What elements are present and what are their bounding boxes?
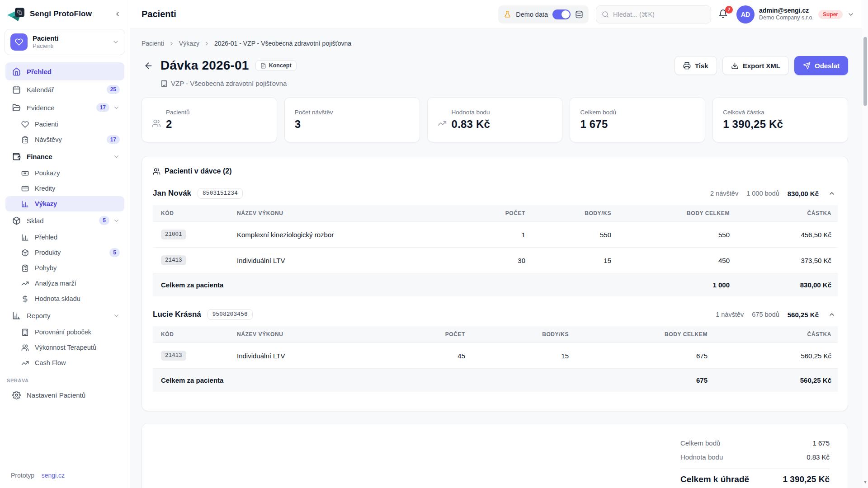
stat-value: 1 390,25 Kč <box>723 118 783 131</box>
chevron-down-icon <box>113 312 120 319</box>
back-button[interactable] <box>142 59 155 72</box>
sidebar-item-prehled[interactable]: Přehled <box>5 62 124 80</box>
print-button[interactable]: Tisk <box>675 56 717 75</box>
sidebar-item-evidence[interactable]: Evidence17 <box>5 99 124 117</box>
user-identity: admin@sengi.cz Demo Company s.r.o. <box>759 7 814 22</box>
count-badge: 5 <box>109 248 120 257</box>
workspace-title: Pacienti <box>33 34 59 42</box>
procedure-count: 1 <box>455 222 532 248</box>
footer-prefix: Prototyp <box>11 472 34 479</box>
sidebar-item-label: Reporty <box>27 312 51 319</box>
status-badge-label: Koncept <box>269 62 292 69</box>
patient-total-points: 675 <box>575 369 714 392</box>
sidebar-item-label: Kalendář <box>27 86 54 94</box>
breadcrumb-current: 2026-01 - VZP - Všeobecná zdravotní poji… <box>214 40 351 47</box>
column-header: ČÁSTKA <box>714 326 838 343</box>
procedure-name: Individuální LTV <box>231 343 395 369</box>
scrollbar-thumb[interactable] <box>863 37 867 106</box>
patient-total-amount: 830,00 Kč <box>736 273 838 297</box>
procedure-count: 30 <box>455 248 532 273</box>
panel-header: Pacienti v dávce (2) <box>153 167 837 175</box>
app-logo <box>7 6 25 22</box>
sidebar-item-reporty-vykonnost-terapeutu[interactable]: Výkonnost Terapeutů <box>5 340 124 355</box>
scrollbar-down-arrow[interactable]: ▼ <box>862 480 868 484</box>
sidebar-item-finance-kredity[interactable]: Kredity <box>5 181 124 196</box>
collapse-patient-button[interactable] <box>827 310 837 319</box>
chevron-left-icon <box>114 10 121 18</box>
sidebar-item-finance[interactable]: Finance <box>5 147 124 165</box>
stat-card-celkova-castka: Celková částka1 390,25 Kč <box>712 97 848 142</box>
procedure-points-total: 550 <box>618 222 736 248</box>
summary-card: Celkem bodů1 675Hodnota bodu0.83 KčCelke… <box>142 423 848 488</box>
sidebar-item-reporty[interactable]: Reporty <box>5 306 124 324</box>
sidebar-item-sklad-hodnota-skladu[interactable]: Hodnota skladu <box>5 291 124 306</box>
logo-badge <box>15 8 24 17</box>
footer-link[interactable]: sengi.cz <box>42 472 65 479</box>
summary-divider <box>680 469 830 469</box>
sidebar-item-reporty-cash-flow[interactable]: Cash Flow <box>5 355 124 371</box>
stat-text: Počet návštěv3 <box>295 109 333 131</box>
stats-row: Pacientů2Počet návštěv3Hodnota bodu0.83 … <box>142 97 848 142</box>
sidebar-item-reporty-porovnani-pobocek[interactable]: Porovnání poboček <box>5 324 124 340</box>
procedure-points-per-unit: 15 <box>472 343 575 369</box>
panel-title: Pacienti v dávce (2) <box>165 167 232 175</box>
breadcrumb-item[interactable]: Výkazy <box>179 40 199 47</box>
sidebar-item-sklad-prehled[interactable]: Přehled <box>5 230 124 245</box>
sidebar-item-sklad-analyza-marzi[interactable]: Analýza marží <box>5 276 124 291</box>
package-icon <box>12 216 21 225</box>
procedure-amount: 373,50 Kč <box>736 248 838 273</box>
sidebar-item-evidence-pacienti[interactable]: Pacienti <box>5 117 124 132</box>
sidebar-collapse-button[interactable] <box>112 8 123 20</box>
procedure-points-total: 675 <box>575 343 714 369</box>
procedure-count: 45 <box>395 343 472 369</box>
sidebar-item-sklad[interactable]: Sklad5 <box>5 211 124 230</box>
summary-label: Celkem bodů <box>680 439 720 447</box>
building-icon <box>160 80 168 87</box>
procedure-code-badge: 21413 <box>161 351 186 361</box>
workspace-switcher[interactable]: Pacienti Pacienti <box>5 29 125 55</box>
app-title: Sengi ProtoFlow <box>30 9 92 19</box>
sidebar-item-sklad-produkty[interactable]: Produkty5 <box>5 245 124 260</box>
column-header: KÓD <box>153 326 231 343</box>
collapse-patient-button[interactable] <box>827 188 837 198</box>
patient-amount: 830,00 Kč <box>788 190 819 197</box>
notifications-button[interactable]: 7 <box>718 9 729 20</box>
users-icon <box>152 119 161 128</box>
sidebar-item-sklad-pohyby[interactable]: Pohyby <box>5 260 124 276</box>
sidebar-item-label: Analýza marží <box>35 280 76 287</box>
user-menu[interactable]: AD admin@sengi.cz Demo Company s.r.o. Su… <box>736 5 854 23</box>
send-button[interactable]: Odeslat <box>794 56 848 75</box>
sidebar-item-evidence-navstevy[interactable]: Návštěvy17 <box>5 132 124 147</box>
stat-card-pocet-navstev: Počet návštěv3 <box>284 97 420 142</box>
column-header: BODY CELKEM <box>575 326 714 343</box>
sidebar-item-nastaveni-pacientu[interactable]: Nastavení Pacientů <box>5 386 124 404</box>
search-input[interactable] <box>613 11 705 18</box>
procedure-code-badge: 21413 <box>161 255 186 265</box>
database-icon[interactable] <box>575 10 583 19</box>
procedures-table: KÓDNÁZEV VÝKONUPOČETBODY/KSBODY CELKEMČÁ… <box>153 326 838 392</box>
stat-label: Hodnota bodu <box>452 109 490 116</box>
scrollbar[interactable]: ▼ <box>862 0 868 488</box>
users-icon <box>21 344 29 352</box>
page-header: Dávka 2026-01 Koncept Tisk Export XML <box>142 56 848 75</box>
summary-row: Hodnota bodu0.83 Kč <box>680 450 830 464</box>
sidebar-item-label: Cash Flow <box>35 359 66 366</box>
user-email: admin@sengi.cz <box>759 7 814 15</box>
patient-points: 675 bodů <box>752 311 779 318</box>
export-xml-button[interactable]: Export XML <box>722 56 789 75</box>
sidebar-item-kalendar[interactable]: Kalendář25 <box>5 80 124 99</box>
sidebar-item-finance-poukazy[interactable]: Poukazy <box>5 165 124 181</box>
patient-points: 1 000 bodů <box>746 190 779 197</box>
printer-icon <box>683 62 691 70</box>
count-badge: 25 <box>107 85 120 94</box>
sidebar-item-finance-vykazy[interactable]: Výkazy <box>5 196 124 211</box>
copy-icon <box>17 10 22 15</box>
count-badge: 17 <box>107 135 120 144</box>
sidebar-item-label: Finance <box>27 153 52 160</box>
column-header: POČET <box>455 205 532 222</box>
breadcrumb-item[interactable]: Pacienti <box>142 40 164 47</box>
sidebar-item-label: Přehled <box>27 68 52 75</box>
trending-up-icon <box>438 119 447 128</box>
demo-data-toggle[interactable] <box>552 9 571 19</box>
page-actions: Tisk Export XML Odeslat <box>675 56 848 75</box>
